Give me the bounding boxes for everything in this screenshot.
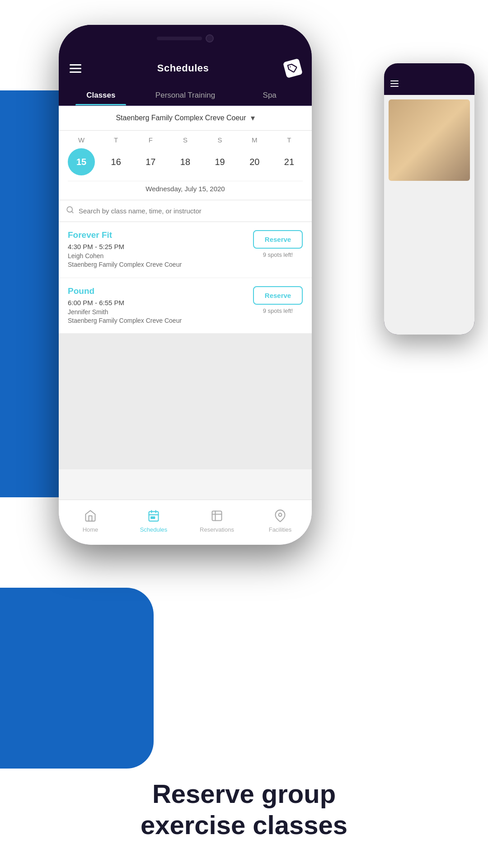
class-item-pound: Pound 6:00 PM - 6:55 PM Jennifer Smith S… <box>59 278 312 334</box>
class-action-0: Reserve 9 spots left! <box>253 230 303 258</box>
bottom-text-line2: exercise classes <box>36 809 452 841</box>
reserve-button-1[interactable]: Reserve <box>253 286 303 305</box>
day-s1: S <box>172 136 199 144</box>
bg-shape-bottom <box>0 588 154 769</box>
tab-classes[interactable]: Classes <box>59 85 143 105</box>
class-instructor-1: Jennifer Smith <box>68 308 248 316</box>
schedules-icon <box>145 508 162 524</box>
svg-point-12 <box>279 513 282 516</box>
class-list: Forever Fit 4:30 PM - 5:25 PM Leigh Cohe… <box>59 222 312 469</box>
date-15[interactable]: 15 <box>68 148 95 175</box>
class-item-forever-fit: Forever Fit 4:30 PM - 5:25 PM Leigh Cohe… <box>59 222 312 278</box>
preview-image <box>389 99 470 181</box>
calendar-dates: 15 16 17 18 19 20 21 <box>68 148 303 175</box>
class-name-0: Forever Fit <box>68 230 248 240</box>
location-selector[interactable]: Staenberg Family Complex Creve Coeur ▾ <box>59 106 312 131</box>
home-icon <box>82 508 99 524</box>
app-header: Schedules <box>59 52 312 85</box>
bottom-text-line1: Reserve group <box>36 778 452 810</box>
day-s2: S <box>206 136 234 144</box>
camera <box>206 34 214 42</box>
tab-bar: Classes Personal Training Spa <box>59 85 312 106</box>
date-20[interactable]: 20 <box>241 148 268 175</box>
phone-screen: Schedules Classes Personal Training Spa … <box>59 52 312 545</box>
bottom-nav: Home Schedules <box>59 500 312 545</box>
date-19[interactable]: 19 <box>206 148 234 175</box>
spots-left-0: 9 spots left! <box>263 251 293 258</box>
search-icon <box>66 206 74 216</box>
tab-spa[interactable]: Spa <box>227 85 312 105</box>
phone-frame: Schedules Classes Personal Training Spa … <box>59 25 312 545</box>
class-time-0: 4:30 PM - 5:25 PM <box>68 243 248 250</box>
selected-date-label: Wednesday, July 15, 2020 <box>68 181 303 193</box>
class-info-forever-fit: Forever Fit 4:30 PM - 5:25 PM Leigh Cohe… <box>68 230 248 269</box>
secondary-phone <box>384 63 474 335</box>
svg-line-2 <box>71 211 73 212</box>
bottom-text: Reserve group exercise classes <box>0 778 488 841</box>
class-info-pound: Pound 6:00 PM - 6:55 PM Jennifer Smith S… <box>68 286 248 326</box>
speaker <box>157 37 202 40</box>
date-16[interactable]: 16 <box>103 148 130 175</box>
spots-left-1: 9 spots left! <box>263 307 293 314</box>
date-17[interactable]: 17 <box>137 148 164 175</box>
phone-notch <box>59 25 312 52</box>
nav-schedules[interactable]: Schedules <box>122 508 185 533</box>
secondary-menu-icon <box>390 80 399 87</box>
nav-facilities[interactable]: Facilities <box>249 508 312 533</box>
class-action-1: Reserve 9 spots left! <box>253 286 303 314</box>
class-location-1: Staenberg Family Complex Creve Coeur <box>68 316 248 326</box>
svg-rect-9 <box>212 511 222 520</box>
day-f: F <box>137 136 164 144</box>
menu-button[interactable] <box>70 64 81 73</box>
class-time-1: 6:00 PM - 6:55 PM <box>68 299 248 307</box>
calendar-days-header: W T F S S M T <box>68 136 303 144</box>
nav-home[interactable]: Home <box>59 508 122 533</box>
nav-schedules-label: Schedules <box>140 526 168 533</box>
date-21[interactable]: 21 <box>276 148 303 175</box>
nav-facilities-label: Facilities <box>269 526 292 533</box>
nav-home-label: Home <box>83 526 99 533</box>
class-instructor-0: Leigh Cohen <box>68 252 248 259</box>
svg-rect-7 <box>151 517 153 519</box>
calendar-section: W T F S S M T 15 16 17 18 19 20 21 Wedne… <box>59 131 312 200</box>
search-input[interactable] <box>79 207 305 215</box>
day-m: M <box>241 136 268 144</box>
tag-icon-button[interactable] <box>283 58 303 78</box>
content-placeholder <box>59 334 312 469</box>
reserve-button-0[interactable]: Reserve <box>253 230 303 249</box>
class-location-0: Staenberg Family Complex Creve Coeur <box>68 260 248 269</box>
chevron-down-icon: ▾ <box>251 113 255 123</box>
nav-reservations[interactable]: Reservations <box>185 508 249 533</box>
date-18[interactable]: 18 <box>172 148 199 175</box>
location-name: Staenberg Family Complex Creve Coeur <box>116 114 246 122</box>
day-w: W <box>68 136 95 144</box>
header-title: Schedules <box>157 62 209 74</box>
reservations-icon <box>209 508 225 524</box>
nav-reservations-label: Reservations <box>200 526 234 533</box>
facilities-icon <box>272 508 288 524</box>
day-t2: T <box>276 136 303 144</box>
day-t1: T <box>103 136 130 144</box>
search-section <box>59 200 312 222</box>
svg-rect-8 <box>153 517 155 519</box>
svg-rect-3 <box>149 511 159 521</box>
tab-personal-training[interactable]: Personal Training <box>143 85 228 105</box>
class-name-1: Pound <box>68 286 248 296</box>
